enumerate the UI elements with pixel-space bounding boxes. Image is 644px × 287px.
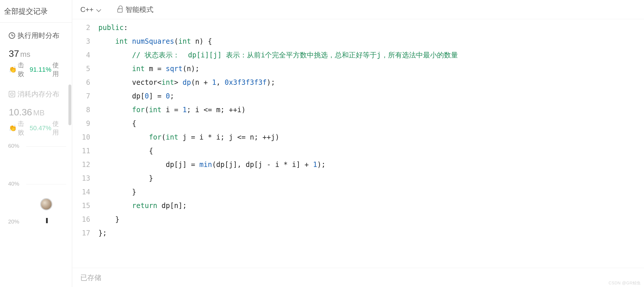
avatar[interactable] — [40, 198, 52, 210]
line-number: 8 — [72, 103, 90, 117]
line-number: 10 — [72, 131, 90, 144]
memory-label-text: 消耗内存分布 — [17, 89, 59, 99]
chart-tick-20: 20% — [8, 219, 26, 225]
chevron-down-icon — [96, 7, 101, 12]
code-line[interactable]: vector<int> dp(n + 1, 0x3f3f3f3f); — [98, 76, 644, 89]
memory-value: 10.36MB — [0, 102, 72, 118]
memory-beats: 👏 击败 50.47% 使用 — [0, 118, 72, 143]
runtime-beats: 👏 击败 91.11% 使用 — [0, 59, 72, 84]
code-line[interactable]: dp[j] = min(dp[j], dp[j - i * i] + 1); — [98, 158, 644, 172]
code-line[interactable]: for(int i = 1; i <= m; ++i) — [98, 103, 644, 117]
memory-number: 10.36 — [9, 107, 32, 117]
code-content[interactable]: public: int numSquares(int n) { // 状态表示：… — [98, 21, 644, 268]
runtime-beats-suffix: 使用 — [52, 61, 63, 78]
code-line[interactable]: int numSquares(int n) { — [98, 35, 644, 48]
watermark: CSDN @GR鲸鱼 — [608, 281, 641, 286]
memory-beats-suffix: 使用 — [52, 119, 63, 137]
clap-icon: 👏 — [9, 124, 17, 132]
language-label: C++ — [80, 6, 93, 14]
line-number: 5 — [72, 62, 90, 76]
lock-icon — [117, 8, 123, 13]
code-line[interactable]: { — [98, 117, 644, 131]
runtime-label-text: 执行用时分布 — [17, 31, 59, 40]
line-number: 2 — [72, 21, 90, 35]
line-number: 4 — [72, 48, 90, 62]
memory-block: 消耗内存分布 — [0, 84, 72, 102]
line-number: 16 — [72, 213, 90, 226]
runtime-chart: 60% 40% 20% — [0, 143, 72, 224]
code-line[interactable]: int m = sqrt(n); — [98, 62, 644, 76]
code-line[interactable]: } — [98, 172, 644, 185]
clock-icon — [9, 32, 15, 39]
runtime-number: 37 — [9, 48, 19, 59]
line-gutter: 234567891011121314151617 — [72, 21, 98, 268]
code-line[interactable]: return dp[n]; — [98, 199, 644, 213]
line-number: 9 — [72, 117, 90, 131]
runtime-value: 37ms — [0, 43, 72, 59]
language-select[interactable]: C++ — [80, 6, 101, 14]
chip-icon — [9, 91, 15, 97]
code-line[interactable]: } — [98, 213, 644, 226]
chart-gridline — [26, 146, 66, 147]
line-number: 15 — [72, 199, 90, 213]
chart-tick-40: 40% — [8, 181, 26, 187]
mode-indicator[interactable]: 智能模式 — [117, 5, 153, 14]
status-bar: 已存储 — [72, 268, 644, 287]
code-line[interactable]: dp[0] = 0; — [98, 89, 644, 103]
runtime-block: 执行用时分布 — [0, 23, 72, 43]
sidebar: 全部提交记录 执行用时分布 37ms 👏 击败 91.11% 使用 消耗内存分布… — [0, 0, 72, 287]
code-editor[interactable]: 234567891011121314151617 public: int num… — [72, 19, 644, 268]
line-number: 3 — [72, 35, 90, 48]
sidebar-scrollbar[interactable] — [68, 84, 71, 125]
line-number: 7 — [72, 89, 90, 103]
code-line[interactable]: // 状态表示： dp[i][j] 表示：从前i个完全平方数中挑选，总和正好等于… — [98, 48, 644, 62]
clap-icon: 👏 — [9, 66, 17, 73]
runtime-label: 执行用时分布 — [9, 31, 63, 40]
memory-unit: MB — [33, 108, 45, 117]
memory-label: 消耗内存分布 — [9, 89, 63, 99]
editor-toolbar: C++ 智能模式 — [72, 0, 644, 19]
runtime-unit: ms — [20, 50, 31, 59]
code-line[interactable]: public: — [98, 21, 644, 35]
line-number: 6 — [72, 76, 90, 89]
code-line[interactable]: for(int j = i * i; j <= n; ++j) — [98, 131, 644, 144]
memory-beats-prefix: 击败 — [18, 119, 29, 137]
main-panel: C++ 智能模式 234567891011121314151617 public… — [72, 0, 644, 287]
line-number: 17 — [72, 226, 90, 240]
mode-label: 智能模式 — [125, 5, 153, 14]
line-number: 14 — [72, 185, 90, 199]
chart-marker — [46, 218, 48, 223]
code-line[interactable]: } — [98, 185, 644, 199]
status-text: 已存储 — [80, 273, 101, 282]
line-number: 11 — [72, 144, 90, 158]
line-number: 12 — [72, 158, 90, 172]
sidebar-title[interactable]: 全部提交记录 — [0, 0, 72, 23]
memory-beats-pct: 50.47% — [30, 124, 52, 132]
code-line[interactable]: { — [98, 144, 644, 158]
chart-tick-60: 60% — [8, 143, 26, 149]
runtime-beats-prefix: 击败 — [18, 61, 29, 78]
line-number: 13 — [72, 172, 90, 185]
chart-gridline — [26, 184, 66, 184]
runtime-beats-pct: 91.11% — [30, 66, 52, 73]
code-line[interactable]: }; — [98, 226, 644, 240]
